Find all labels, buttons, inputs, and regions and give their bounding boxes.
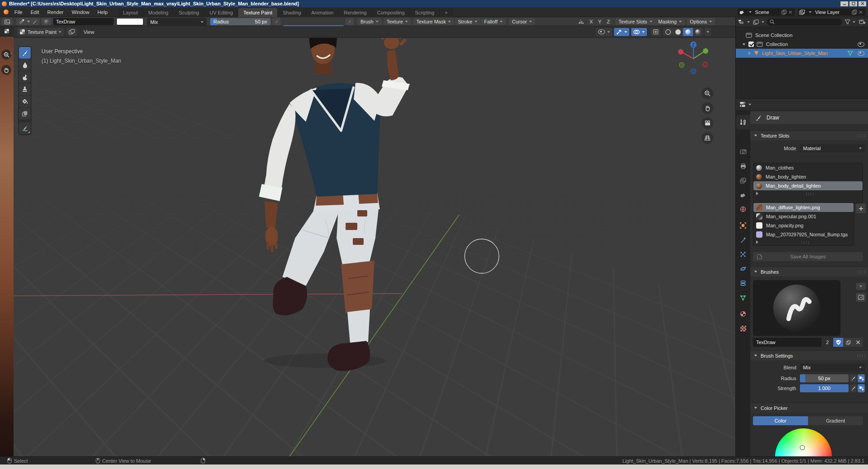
material-slot-selected[interactable]: Man_body_detail_lighten [753, 181, 863, 190]
menu-render[interactable]: Render [43, 7, 68, 17]
gizmo-y-axis[interactable] [703, 48, 708, 54]
tab-object-data[interactable] [736, 291, 750, 304]
tab-constraints[interactable] [736, 277, 750, 290]
brush-image-button[interactable] [856, 293, 866, 302]
expand-icon[interactable] [756, 192, 758, 195]
brush-name-field[interactable]: TexDraw [53, 18, 114, 25]
blend-mode-dropdown[interactable]: Mix [147, 18, 207, 26]
radius-pressure-toggle[interactable] [272, 18, 281, 25]
texture-slots-popover[interactable]: Texture Slots [615, 18, 656, 25]
gizmo-x-axis[interactable] [678, 49, 683, 55]
blender-menu-icon[interactable] [4, 9, 9, 14]
copy-icon[interactable] [781, 9, 787, 15]
expand-icon[interactable] [756, 240, 758, 244]
options-popover[interactable]: Options [687, 18, 715, 25]
viewport-ortho-button[interactable] [702, 132, 713, 144]
tab-scene[interactable] [736, 189, 750, 201]
radius-slider[interactable]: 50 px [800, 374, 849, 382]
tool-smear[interactable] [19, 71, 31, 83]
gizmo-x-neg[interactable] [703, 62, 708, 67]
radius-pressure-toggle[interactable] [850, 374, 857, 382]
tab-material[interactable] [736, 308, 750, 320]
image-slot[interactable]: Man_opacity.png [753, 221, 854, 230]
list-grip[interactable] [805, 192, 813, 195]
shading-options-dropdown[interactable] [705, 28, 711, 36]
mode-dropdown[interactable]: Material [800, 144, 865, 152]
image-slot[interactable]: Man_specular.png.001 [753, 212, 854, 221]
material-slot[interactable]: Man_clothes [753, 163, 863, 172]
mirror-z-toggle[interactable]: Z [605, 18, 612, 25]
expand-arrow-icon[interactable] [743, 43, 745, 45]
save-all-images-button[interactable]: Save All Images [753, 252, 863, 261]
xray-toggle[interactable] [651, 28, 660, 36]
properties-editor-type-dropdown[interactable] [739, 101, 751, 107]
strength-pressure-toggle[interactable] [346, 18, 354, 25]
viewport-zoom-button[interactable] [702, 87, 713, 99]
tab-color[interactable]: Color [753, 416, 808, 425]
close-icon[interactable] [858, 9, 864, 15]
strength-pressure-toggle[interactable] [850, 384, 857, 392]
view-layer-selector[interactable]: View Layer [798, 9, 865, 16]
masking-popover[interactable]: Masking [655, 18, 685, 25]
panel-grip[interactable] [857, 270, 865, 273]
falloff-popover[interactable]: Falloff [481, 18, 506, 25]
shading-material-button[interactable] [683, 28, 693, 36]
blend-dropdown[interactable]: Mix [800, 363, 865, 372]
panel-grip[interactable] [857, 354, 865, 357]
fake-user-shield-toggle[interactable] [833, 338, 843, 347]
menu-help[interactable]: Help [93, 7, 112, 17]
tool-soften[interactable] [19, 59, 31, 71]
outliner-row-scene-collection[interactable]: Scene Collection [736, 31, 868, 40]
strength-slider[interactable]: 1.000 [800, 384, 849, 392]
brush-preview-mini-button[interactable] [42, 18, 51, 25]
list-grip[interactable] [801, 241, 809, 244]
color-picker-panel-header[interactable]: Color Picker [750, 403, 868, 413]
brush-users-count[interactable]: 2 [822, 338, 833, 347]
workspace-tab-texture-paint[interactable]: Texture Paint [238, 8, 277, 17]
tab-tool[interactable] [736, 115, 750, 129]
gizmo-z-neg[interactable] [691, 69, 696, 74]
expand-arrow-icon[interactable] [748, 51, 751, 55]
gizmo-y-neg[interactable] [679, 63, 684, 68]
collapse-arrow[interactable]: ‹ [10, 51, 12, 55]
maximize-button[interactable] [850, 1, 857, 6]
menu-window[interactable]: Window [68, 7, 93, 17]
workspace-tab-scripting[interactable]: Scripting [410, 8, 440, 17]
panel-grip[interactable] [857, 134, 865, 137]
collection-checkbox[interactable] [748, 41, 754, 47]
tab-texture[interactable] [736, 322, 750, 335]
shading-solid-button[interactable] [673, 28, 683, 36]
material-slot[interactable]: Man_body_lighten [753, 172, 863, 181]
overlays-toggle-popover[interactable] [631, 28, 647, 36]
unified-strength-toggle[interactable] [858, 384, 865, 392]
outliner-search-input[interactable] [767, 18, 842, 26]
menu-file[interactable]: File [10, 7, 27, 17]
unlink-brush-button[interactable] [853, 338, 863, 347]
unified-radius-toggle[interactable] [858, 374, 865, 382]
workspace-tab-layout[interactable]: Layout [118, 8, 143, 17]
add-workspace-button[interactable]: + [440, 8, 453, 17]
color-wheel[interactable] [775, 428, 832, 456]
zoom-in-button[interactable] [1, 50, 11, 60]
texture-popover[interactable]: Texture [383, 18, 411, 25]
mirror-button[interactable] [577, 18, 586, 25]
navigation-gizmo[interactable]: Z [673, 40, 714, 80]
image-slot[interactable]: Map__2070297925_Normal_Bump.tga [753, 230, 854, 239]
mode-dropdown[interactable]: Texture Paint [17, 28, 64, 36]
tab-object[interactable] [736, 219, 750, 232]
shading-wireframe-button[interactable] [663, 28, 673, 36]
stroke-popover[interactable]: Stroke [455, 18, 480, 25]
cursor-popover[interactable]: Cursor [509, 18, 535, 25]
texture-mask-popover[interactable]: Texture Mask [413, 18, 454, 25]
tool-draw[interactable] [19, 47, 31, 59]
copy-brush-button[interactable] [843, 338, 853, 347]
tab-particles[interactable] [736, 248, 750, 261]
pan-hand-button[interactable] [1, 65, 11, 75]
viewport-camera-button[interactable] [702, 117, 713, 129]
menu-edit[interactable]: Edit [27, 7, 43, 17]
mirror-x-toggle[interactable]: X [587, 18, 595, 25]
outliner-display-mode-dropdown[interactable] [738, 19, 750, 25]
brush-color-swatch[interactable] [116, 18, 143, 25]
tab-output[interactable] [736, 160, 750, 172]
image-editor-type-button[interactable] [2, 18, 13, 25]
